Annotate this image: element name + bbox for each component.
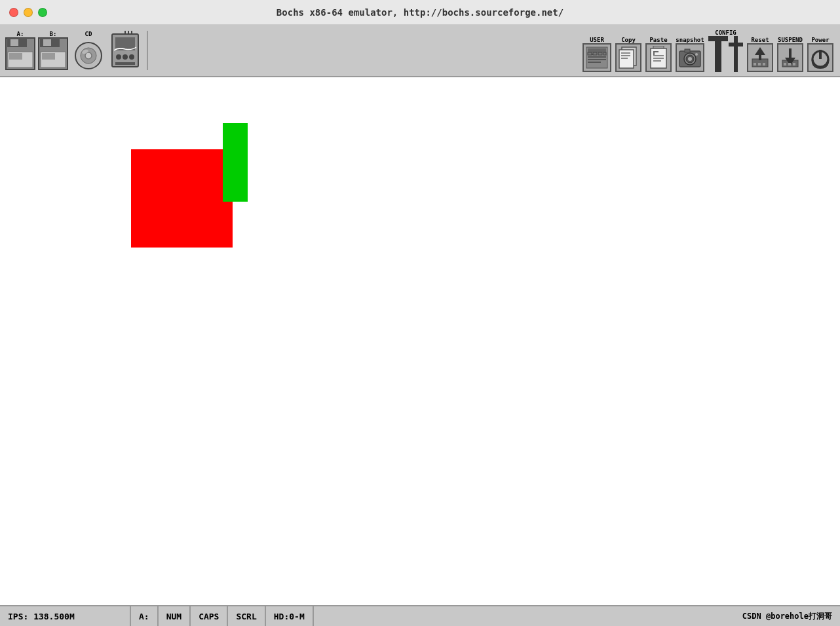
- window-title: Bochs x86-64 emulator, http://bochs.sour…: [277, 7, 563, 18]
- caps-text: CAPS: [199, 612, 219, 621]
- svg-rect-19: [115, 62, 135, 65]
- hd-text: HD:0-M: [274, 612, 305, 621]
- reset-button[interactable]: Reset: [746, 35, 774, 73]
- display-area[interactable]: [0, 77, 840, 605]
- svg-point-47: [695, 53, 698, 56]
- usb-button[interactable]: [109, 31, 142, 70]
- svg-rect-49: [715, 41, 721, 72]
- svg-point-45: [688, 57, 692, 61]
- svg-rect-4: [9, 53, 22, 60]
- svg-rect-63: [819, 50, 822, 59]
- svg-rect-54: [754, 63, 756, 65]
- cd-label: CD: [85, 31, 92, 37]
- config-label: CONFIG: [715, 29, 736, 36]
- config-button[interactable]: CONFIG: [707, 28, 744, 73]
- floppy-b-button[interactable]: B:: [38, 31, 68, 70]
- svg-rect-41: [653, 60, 661, 62]
- paste-icon: [645, 43, 672, 72]
- svg-rect-55: [758, 63, 761, 65]
- svg-point-17: [123, 54, 128, 60]
- num-segment: NUM: [159, 606, 191, 626]
- cd-icon: [72, 37, 105, 70]
- floppy-a-button[interactable]: A:: [5, 31, 35, 70]
- svg-rect-46: [685, 49, 690, 52]
- svg-rect-40: [653, 58, 664, 59]
- svg-point-16: [116, 54, 121, 60]
- user-label: USER: [590, 37, 604, 43]
- paste-button[interactable]: Paste: [644, 35, 673, 73]
- svg-rect-39: [653, 55, 664, 56]
- snapshot-button[interactable]: snapshot: [674, 35, 706, 73]
- ips-text: IPS: 138.500M: [8, 612, 75, 621]
- snapshot-icon: [676, 43, 704, 72]
- floppy-b-label: B:: [50, 31, 57, 37]
- svg-rect-9: [42, 53, 55, 60]
- user-icon: [582, 43, 611, 72]
- svg-rect-21: [588, 48, 606, 52]
- svg-rect-51: [734, 36, 738, 72]
- suspend-label: SUSPEND: [778, 37, 803, 43]
- svg-rect-59: [784, 63, 786, 65]
- title-bar: Bochs x86-64 emulator, http://bochs.sour…: [0, 0, 840, 25]
- svg-marker-53: [755, 47, 765, 60]
- svg-rect-33: [621, 55, 630, 56]
- maximize-button[interactable]: [38, 8, 47, 17]
- usb-icon: [109, 31, 142, 70]
- toolbar-divider: [147, 31, 148, 70]
- copy-icon: [615, 43, 641, 72]
- credit-segment: CSDN @borehole打洞哥: [742, 611, 840, 622]
- ips-segment: IPS: 138.500M: [0, 606, 131, 626]
- power-label: Power: [811, 37, 829, 43]
- svg-rect-25: [588, 62, 601, 63]
- config-icon: [708, 36, 743, 72]
- power-button[interactable]: Power: [806, 35, 835, 73]
- power-icon: [807, 43, 833, 72]
- svg-rect-34: [621, 58, 628, 59]
- rect-red: [131, 149, 233, 248]
- reset-icon: [747, 43, 773, 72]
- traffic-lights: [9, 8, 47, 17]
- credit-text: CSDN @borehole打洞哥: [742, 612, 832, 621]
- scrl-segment: SCRL: [228, 606, 265, 626]
- reset-label: Reset: [751, 37, 769, 43]
- paste-label: Paste: [649, 37, 667, 43]
- svg-rect-61: [793, 63, 795, 65]
- toolbar-left: A: B: CD: [5, 31, 142, 70]
- user-button[interactable]: USER: [581, 35, 613, 73]
- suspend-icon: [777, 43, 803, 72]
- svg-rect-48: [708, 36, 728, 41]
- close-button[interactable]: [9, 8, 18, 17]
- copy-label: Copy: [621, 37, 636, 43]
- a-drive-segment: A:: [131, 606, 159, 626]
- svg-rect-27: [593, 52, 597, 55]
- hd-segment: HD:0-M: [266, 606, 314, 626]
- svg-rect-29: [603, 52, 606, 55]
- svg-rect-23: [588, 56, 606, 58]
- svg-rect-32: [621, 52, 630, 54]
- svg-rect-60: [788, 63, 791, 65]
- caps-segment: CAPS: [191, 606, 228, 626]
- svg-rect-56: [763, 63, 765, 65]
- num-text: NUM: [166, 612, 181, 621]
- toolbar: A: B: CD: [0, 25, 840, 77]
- rect-green: [223, 123, 248, 202]
- svg-point-18: [129, 54, 134, 60]
- svg-rect-26: [588, 52, 592, 55]
- a-drive-text: A:: [139, 612, 149, 621]
- svg-rect-38: [653, 51, 659, 52]
- floppy-b-icon: [38, 37, 68, 70]
- suspend-button[interactable]: SUSPEND: [776, 35, 805, 73]
- svg-rect-24: [588, 59, 606, 60]
- scrl-text: SCRL: [236, 612, 256, 621]
- svg-rect-2: [10, 39, 18, 46]
- cd-button[interactable]: CD: [72, 31, 105, 70]
- svg-rect-7: [43, 39, 51, 46]
- minimize-button[interactable]: [24, 8, 33, 17]
- svg-rect-28: [598, 52, 602, 55]
- floppy-a-label: A:: [17, 31, 24, 37]
- floppy-a-icon: [5, 37, 35, 70]
- status-bar: IPS: 138.500M A: NUM CAPS SCRL HD:0-M CS…: [0, 605, 840, 626]
- copy-button[interactable]: Copy: [614, 35, 643, 73]
- toolbar-right: USER Copy: [581, 28, 835, 73]
- snapshot-label: snapshot: [676, 37, 704, 43]
